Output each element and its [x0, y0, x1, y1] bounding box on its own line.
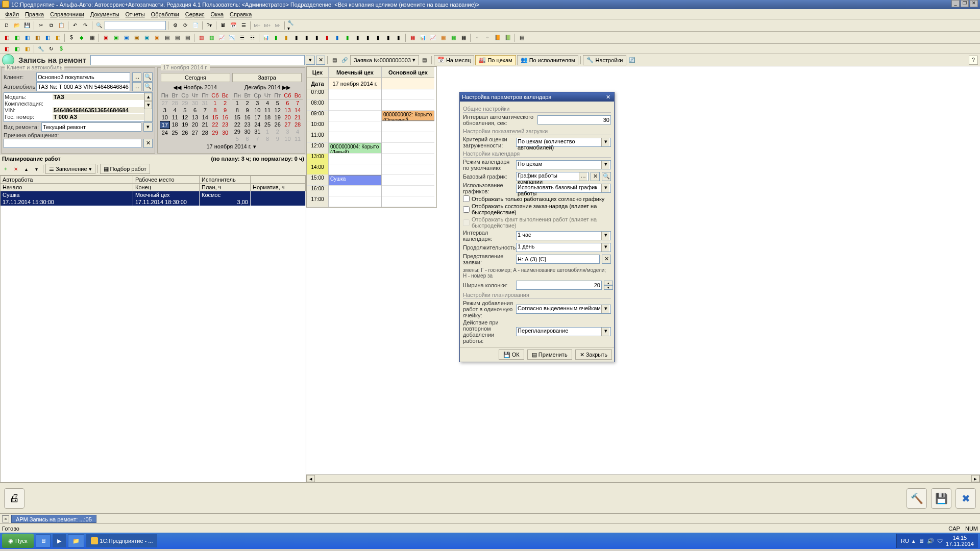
- tb2-i28[interactable]: ▮: [292, 33, 301, 42]
- tb2-i9[interactable]: ▦: [87, 33, 96, 42]
- help-icon[interactable]: ?: [969, 56, 978, 65]
- tb-icon-2[interactable]: ⟳: [181, 21, 190, 30]
- plan-add-icon[interactable]: ＋: [1, 164, 10, 173]
- tb3-i4[interactable]: 🔧: [36, 44, 45, 54]
- tb2-i19[interactable]: ▥: [197, 33, 206, 42]
- calc-icon[interactable]: 🖩: [218, 21, 228, 30]
- tb2-i36[interactable]: ▮: [374, 33, 383, 42]
- redo-icon[interactable]: ↷: [81, 21, 90, 30]
- cal-day[interactable]: 27: [160, 99, 170, 107]
- tb2-i20[interactable]: ▥: [207, 33, 216, 42]
- m-plus2-icon[interactable]: M+: [263, 21, 272, 30]
- cal-day[interactable]: 14: [200, 114, 210, 121]
- cal-day[interactable]: 22: [232, 121, 242, 128]
- cal-day[interactable]: 30: [242, 128, 253, 135]
- tb2-i5[interactable]: ◧: [43, 33, 52, 42]
- tb2-i43[interactable]: ▦: [449, 33, 458, 42]
- tb2-i15[interactable]: ▣: [152, 33, 161, 42]
- cal-day[interactable]: 9: [242, 107, 253, 114]
- tb2-i23[interactable]: ☰: [237, 33, 247, 42]
- cal-day[interactable]: 26: [180, 129, 190, 136]
- cal-day[interactable]: 18: [170, 121, 180, 129]
- cal-day[interactable]: 11: [262, 107, 273, 114]
- plan-pick-button[interactable]: ▦ Подбор работ: [100, 164, 150, 174]
- dlg-f7-select[interactable]: 1 день▾: [516, 243, 611, 252]
- tb-icon-5[interactable]: 🔧▾: [287, 21, 296, 30]
- client-search-button[interactable]: 🔍: [143, 72, 153, 82]
- cal-day[interactable]: 28: [200, 129, 210, 136]
- cal-day[interactable]: 10: [160, 114, 170, 121]
- tb-help-icon[interactable]: ?▾: [205, 21, 214, 30]
- menu-tools[interactable]: Обработки: [148, 11, 182, 17]
- auto-pick-button[interactable]: …: [132, 82, 141, 91]
- dlg-apply-button[interactable]: ▤ Применить: [527, 349, 572, 360]
- paste-icon[interactable]: 📋: [57, 21, 66, 30]
- cal-day[interactable]: 2: [242, 99, 253, 107]
- reason-clear[interactable]: ✕: [143, 139, 153, 148]
- cal-day[interactable]: 24: [252, 121, 262, 128]
- cal-day[interactable]: 5: [232, 135, 242, 142]
- tb2-i47[interactable]: 📙: [493, 33, 502, 42]
- menu-service[interactable]: Сервис: [182, 11, 208, 17]
- tray-icon-3[interactable]: 🔊: [927, 538, 934, 544]
- cal-day[interactable]: 15: [210, 114, 220, 121]
- dlg-f3-select[interactable]: По цехам▾: [516, 160, 611, 169]
- tb2-i12[interactable]: ▣: [121, 33, 131, 42]
- tray-lang[interactable]: RU: [901, 538, 909, 544]
- hscroll-left[interactable]: ◂: [307, 475, 315, 482]
- dlg-close-button[interactable]: ✕ Закрыть: [575, 349, 612, 360]
- tb2-i49[interactable]: ▤: [517, 33, 526, 42]
- cal-day[interactable]: 27: [190, 129, 200, 136]
- tb2-i1[interactable]: ◧: [2, 33, 11, 42]
- close-button[interactable]: ✕: [970, 0, 978, 7]
- wnd-icon[interactable]: ▫: [2, 515, 9, 522]
- cal-day[interactable]: 30: [220, 129, 230, 136]
- cal-day[interactable]: 3: [283, 128, 293, 135]
- task-icon-3[interactable]: 📁: [68, 534, 84, 547]
- tb2-i13[interactable]: ▣: [132, 33, 141, 42]
- tb3-i1[interactable]: ◧: [2, 44, 11, 54]
- client-input[interactable]: [36, 72, 130, 82]
- tb2-i21[interactable]: 📈: [217, 33, 226, 42]
- cal-day[interactable]: 31: [252, 128, 262, 135]
- cal-day[interactable]: 16: [220, 114, 230, 121]
- cal-day[interactable]: 19: [273, 114, 283, 121]
- cal-day[interactable]: 25: [262, 121, 273, 128]
- tb2-i39[interactable]: ▦: [408, 33, 417, 42]
- cal-day[interactable]: 13: [190, 114, 200, 121]
- today-button[interactable]: Сегодня: [161, 73, 230, 82]
- cut-icon[interactable]: ✂: [36, 21, 45, 30]
- cal-day[interactable]: 29: [180, 99, 190, 107]
- menu-edit[interactable]: Правка: [22, 11, 47, 17]
- tb2-i32[interactable]: ▮: [333, 33, 342, 42]
- cal-day[interactable]: 1: [262, 128, 273, 135]
- cal-day[interactable]: 17: [160, 121, 170, 129]
- cal-day[interactable]: 9: [273, 135, 283, 142]
- tb3-i6[interactable]: $: [57, 44, 66, 54]
- cal-day[interactable]: 4: [170, 107, 180, 114]
- view-month-button[interactable]: 📅 На месяц: [434, 55, 475, 65]
- cal-day[interactable]: 5: [180, 107, 190, 114]
- cal-day[interactable]: 21: [200, 121, 210, 129]
- cal-day[interactable]: 24: [160, 129, 170, 136]
- dlg-ok-button[interactable]: 💾 ОК: [499, 349, 524, 360]
- cal-day[interactable]: 30: [190, 99, 200, 107]
- kv-scroll-up[interactable]: ▴: [144, 93, 152, 101]
- dlg-close-icon[interactable]: ✕: [604, 92, 612, 102]
- cal-day[interactable]: 3: [160, 107, 170, 114]
- plan-up-icon[interactable]: ▴: [21, 164, 31, 173]
- cal-day[interactable]: 28: [170, 99, 180, 107]
- view-performers-button[interactable]: 👥 По исполнителям: [517, 55, 579, 65]
- tb2-i34[interactable]: ▮: [353, 33, 362, 42]
- doc-sel-clear[interactable]: ✕: [316, 56, 325, 65]
- order-ref-button[interactable]: Заявка №0000000003 ▾: [350, 55, 419, 65]
- dlg-f4-select[interactable]: График работы компании…: [516, 172, 589, 181]
- cal-day[interactable]: 7: [200, 107, 210, 114]
- tb2-i6[interactable]: ◧: [53, 33, 62, 42]
- auto-input[interactable]: [36, 82, 130, 91]
- doc-tb-i3[interactable]: ▤: [420, 56, 429, 65]
- new-icon[interactable]: 🗋: [2, 21, 11, 30]
- save-big-button[interactable]: 💾: [931, 488, 951, 509]
- dlg-c1-check[interactable]: [463, 195, 470, 202]
- doc-selector[interactable]: [90, 55, 305, 65]
